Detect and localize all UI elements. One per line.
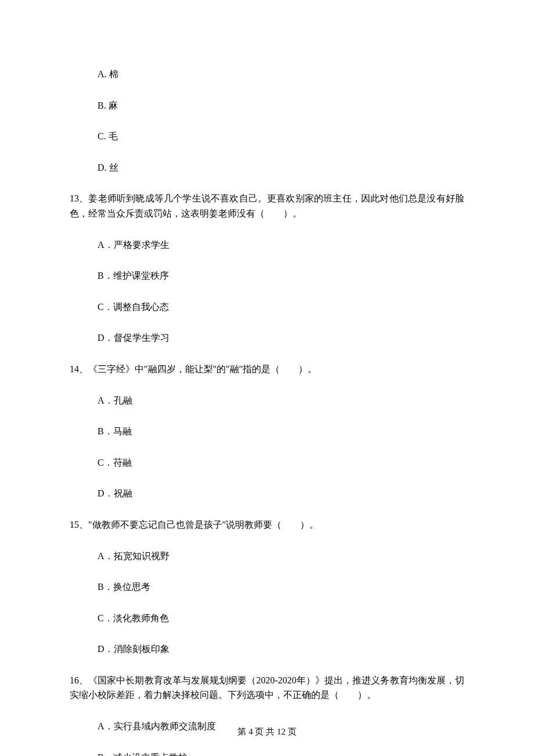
q16-option-b: B．减少设立重点学校: [98, 750, 464, 756]
q13-option-c: C．调整自我心态: [98, 300, 464, 315]
option-c: C. 毛: [98, 129, 464, 144]
option-d: D. 丝: [98, 160, 464, 175]
q15-option-d: D．消除刻板印象: [98, 642, 464, 657]
q15-option-b: B．换位思考: [98, 579, 464, 595]
q13-option-b: B．维护课堂秩序: [98, 268, 464, 283]
q15-option-a: A．拓宽知识视野: [98, 549, 464, 564]
option-b: B. 麻: [98, 98, 464, 113]
q15-option-c: C．淡化教师角色: [98, 611, 464, 626]
question-15: 15、"做教师不要忘记自己也曾是孩子"说明教师要（ ）。: [70, 517, 464, 532]
question-13: 13、姜老师听到晓成等几个学生说不喜欢自己。更喜欢别家的班主任，因此对他们总是没…: [70, 191, 464, 221]
question-16: 16、《国家中长期教育改革与发展规划纲要（2020-2020年）》提出，推进义务…: [70, 673, 464, 703]
q14-option-b: B．马融: [98, 424, 464, 439]
q13-option-a: A．严格要求学生: [98, 237, 464, 253]
option-a: A. 棉: [98, 67, 464, 82]
q13-option-d: D．督促学生学习: [98, 330, 464, 345]
q14-option-a: A．孔融: [98, 393, 464, 408]
q14-option-c: C．苻融: [98, 455, 464, 470]
question-14: 14、《三字经》中"融四岁，能让梨"的"融"指的是（ ）。: [70, 362, 464, 377]
page-footer: 第 4 页 共 12 页: [0, 725, 534, 739]
q14-option-d: D．祝融: [98, 486, 464, 501]
